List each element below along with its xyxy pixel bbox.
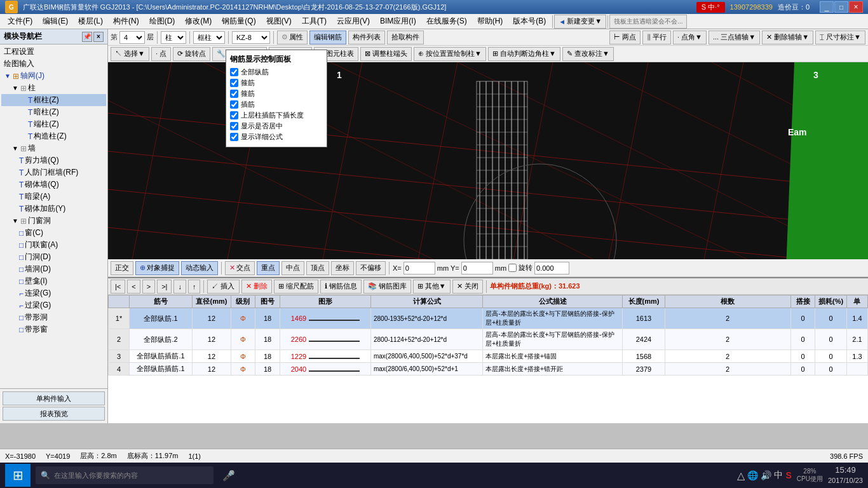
tray-icon-4[interactable]: 中 — [774, 470, 783, 481]
point-angle-btn[interactable]: · 点角▼ — [673, 30, 707, 44]
nav-pin-btn[interactable]: 📌 — [82, 32, 92, 42]
tree-item-struct-col[interactable]: T 构造柱(Z) — [1, 130, 106, 142]
nav-down-btn[interactable]: ↓ — [173, 280, 186, 294]
table-row[interactable]: 4 全部纵筋插筋.1 12 Φ 18 2040 max(2800/6,400,5… — [109, 363, 868, 376]
tree-item-door[interactable]: □ 门洞(D) — [1, 251, 106, 263]
rotate-point-btn[interactable]: ⟳ 旋转点 — [173, 47, 210, 61]
tree-item-frame-col[interactable]: T 框柱(Z) — [1, 94, 106, 106]
tree-item-dark-beam[interactable]: T 暗梁(A) — [1, 191, 106, 203]
tree-item-strip-window[interactable]: □ 带形窗 — [1, 323, 106, 336]
three-point-btn[interactable]: ... 三点辅轴▼ — [709, 30, 760, 44]
tree-item-window-group[interactable]: ▼ ⊞ 门窗洞 — [1, 215, 106, 227]
3d-viewport[interactable]: 8 B A Eam A1 1 3 X Y Z — [108, 62, 868, 259]
search-bar[interactable]: 🔍 在这里输入你要搜索的内容 — [36, 466, 214, 484]
cb-upper-insert[interactable] — [230, 111, 238, 119]
report-preview-btn[interactable]: 报表预览 — [3, 407, 105, 421]
clock[interactable]: 15:49 2017/10/23 — [828, 464, 863, 486]
tray-icon-3[interactable]: 🔊 — [761, 470, 771, 480]
tree-item-lintel-g[interactable]: ⌐ 连梁(G) — [1, 287, 106, 299]
menu-file[interactable]: 文件(F) — [3, 15, 37, 28]
floor-select[interactable]: 4 — [119, 31, 145, 44]
tree-item-column-group[interactable]: ▼ ⊞ 柱 — [1, 82, 106, 94]
edit-rebar-btn[interactable]: 编辑钢筋 — [309, 30, 346, 44]
tree-item-wall-hole[interactable]: □ 墙洞(D) — [1, 263, 106, 275]
draw-by-pos-btn[interactable]: ⊕ 按位置置绘制柱▼ — [414, 47, 486, 61]
other-btn[interactable]: ⊞ 其他▼ — [413, 280, 451, 294]
tree-item-masonry-wall[interactable]: T 砌体墙(Q) — [1, 179, 106, 191]
tree-item-niche[interactable]: □ 壁龛(I) — [1, 275, 106, 287]
cb-all-longitudinal[interactable] — [230, 68, 238, 76]
component-list-btn[interactable]: 构件列表 — [348, 30, 385, 44]
nav-next-btn[interactable]: > — [142, 280, 155, 294]
tree-item-wall-group[interactable]: ▼ ⊞ 墙 — [1, 142, 106, 154]
del-aux-btn[interactable]: ✕ 删除辅轴▼ — [762, 30, 813, 44]
vertex-btn[interactable]: 顶点 — [306, 261, 329, 275]
tree-item-window[interactable]: □ 窗(C) — [1, 227, 106, 239]
y-input[interactable] — [461, 262, 493, 274]
cb-show-center[interactable] — [230, 122, 238, 130]
intersection-btn[interactable]: ✕ 交点 — [225, 261, 255, 275]
nav-up-btn[interactable]: ↑ — [188, 280, 201, 294]
menu-tools[interactable]: 工具(T) — [297, 15, 332, 28]
object-snap-btn[interactable]: ⊕ 对象捕捉 — [135, 261, 179, 275]
menu-rebar-qty[interactable]: 钢筋量(Q) — [217, 15, 261, 28]
dynamic-input-btn[interactable]: 动态输入 — [181, 261, 218, 275]
mic-btn[interactable]: 🎤 — [219, 465, 239, 485]
menu-edit[interactable]: 编辑(E) — [37, 15, 73, 28]
parallel-btn[interactable]: ∥ 平行 — [642, 30, 671, 44]
rebar-info-btn[interactable]: ℹ 钢筋信息 — [320, 280, 362, 294]
insert-btn[interactable]: ↙ 插入 — [207, 280, 239, 294]
orthogonal-btn[interactable]: 正交 — [111, 261, 133, 275]
tray-icon-1[interactable]: △ — [737, 470, 745, 482]
adj-col-end-btn[interactable]: ⊠ 调整柱端头 — [360, 47, 412, 61]
center-btn[interactable]: 中点 — [281, 261, 304, 275]
auto-corner-btn[interactable]: ⊞ 自动判断边角柱▼ — [488, 47, 560, 61]
table-row[interactable]: 3 全部纵筋插筋.1 12 Φ 18 1229 max(2800/6,400,5… — [109, 350, 868, 363]
notification-btn[interactable]: 筏板主筋遇暗梁会不会... — [609, 15, 687, 29]
property-btn[interactable]: ⚙ 属性 — [277, 30, 308, 44]
new-change-btn[interactable]: ◄ 新建变更▼ — [554, 15, 606, 29]
tree-item-over-beam[interactable]: ⌐ 过梁(G) — [1, 299, 106, 311]
tree-item-shear-wall[interactable]: T 剪力墙(Q) — [1, 154, 106, 166]
two-point-btn[interactable]: ⊢ 两点 — [609, 30, 641, 44]
menu-modify[interactable]: 修改(M) — [180, 15, 217, 28]
start-btn[interactable]: ⊞ — [5, 464, 31, 487]
tree-item-door-window[interactable]: □ 门联窗(A) — [1, 239, 106, 251]
tree-item-drawing[interactable]: 绘图输入 — [1, 58, 106, 70]
menu-bim[interactable]: BIM应用(I) — [375, 15, 421, 28]
cb-stirrup[interactable] — [230, 79, 238, 87]
tree-item-airdefense-wall[interactable]: T 人防门框墙(RF) — [1, 166, 106, 179]
element-name-select[interactable]: KZ-8 — [232, 31, 270, 44]
coord-btn[interactable]: 坐标 — [331, 261, 354, 275]
close-panel-btn[interactable]: ✕ 关闭 — [452, 280, 483, 294]
menu-version[interactable]: 版本号(B) — [508, 15, 551, 28]
scale-rebar-btn[interactable]: ⊞ 缩尺配筋 — [274, 280, 318, 294]
type-select[interactable]: 柱 — [161, 31, 186, 44]
cb-show-formula[interactable] — [230, 133, 238, 141]
rotate-input[interactable] — [534, 262, 569, 274]
menu-draw[interactable]: 绘图(D) — [144, 15, 180, 28]
menu-help[interactable]: 帮助(H) — [472, 15, 508, 28]
midpoint-btn[interactable]: 重点 — [257, 261, 280, 275]
tray-icon-5[interactable]: S — [785, 470, 791, 480]
menu-floor[interactable]: 楼层(L) — [73, 15, 108, 28]
no-offset-btn[interactable]: 不偏移 — [356, 261, 386, 275]
tree-item-end-col[interactable]: T 端柱(Z) — [1, 118, 106, 130]
nav-close-btn[interactable]: × — [93, 32, 104, 42]
maximize-btn[interactable]: □ — [834, 1, 848, 13]
sohu-logo[interactable]: S 中·° — [696, 2, 725, 13]
point-btn[interactable]: · 点 — [151, 47, 171, 61]
x-input[interactable] — [403, 262, 435, 274]
select-btn[interactable]: ↖ 选择▼ — [111, 47, 149, 61]
close-btn[interactable]: × — [849, 1, 863, 13]
table-row[interactable]: 1* 全部纵筋.1 12 Φ 18 1469 2800-1935+52*d-20… — [109, 308, 868, 329]
element-type-select[interactable]: 框柱 — [193, 31, 225, 44]
tray-icon-2[interactable]: 🌐 — [747, 470, 758, 480]
nav-first-btn[interactable]: |< — [111, 280, 125, 294]
tree-item-project-setup[interactable]: 工程设置 — [1, 46, 106, 58]
rotate-checkbox[interactable] — [508, 264, 517, 272]
menu-cloud[interactable]: 云应用(V) — [332, 15, 375, 28]
table-row[interactable]: 2 全部纵筋.2 12 Φ 18 2260 2800-1124+52*d-20+… — [109, 329, 868, 350]
tree-item-hidden-col[interactable]: T 暗柱(Z) — [1, 106, 106, 118]
cb-stirrup2[interactable] — [230, 90, 238, 98]
